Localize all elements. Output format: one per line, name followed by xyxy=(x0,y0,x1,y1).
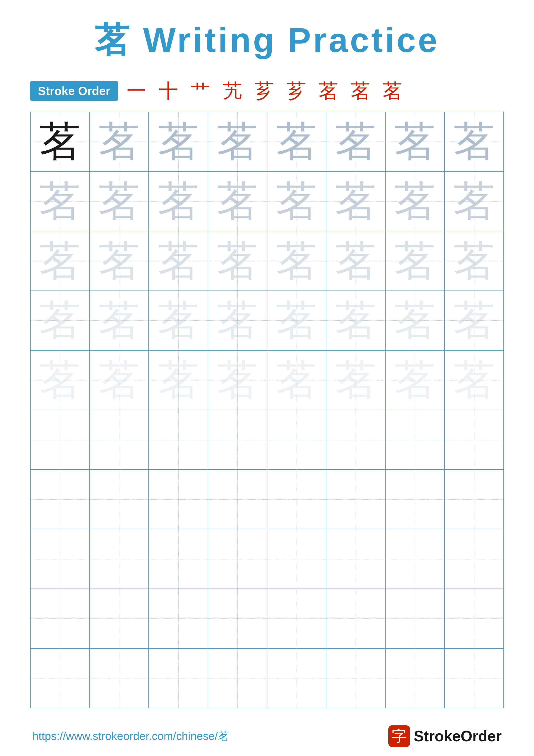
grid-cell: 茗 xyxy=(208,172,267,231)
practice-char: 茗 xyxy=(335,181,376,222)
grid-cell: 茗 xyxy=(90,172,149,231)
grid-cell: 茗 xyxy=(445,231,503,290)
grid-cell xyxy=(445,410,503,470)
grid-cell xyxy=(31,410,90,470)
grid-cell: 茗 xyxy=(90,231,149,290)
grid-cell: 茗 xyxy=(31,231,90,290)
grid-cell xyxy=(208,589,267,648)
grid-cell: 茗 xyxy=(267,351,327,410)
logo-char: 字 xyxy=(392,726,407,746)
practice-char: 茗 xyxy=(99,240,140,282)
grid-cell xyxy=(326,649,386,708)
grid-cell xyxy=(267,529,327,588)
grid-cell xyxy=(267,649,327,708)
grid-cell xyxy=(267,410,327,470)
practice-char: 茗 xyxy=(394,360,435,401)
grid-cell xyxy=(386,410,445,470)
grid-cell: 茗 xyxy=(31,291,90,350)
grid-cell: 茗 xyxy=(326,351,386,410)
practice-char: 茗 xyxy=(158,360,199,401)
grid-cell xyxy=(208,649,267,708)
page: 茗 Writing Practice Stroke Order 一 十 艹 艽 … xyxy=(0,0,534,756)
practice-char: 茗 xyxy=(394,240,435,282)
grid-cell: 茗 xyxy=(445,351,503,410)
stroke-order-chars: 一 十 艹 艽 芗 芗 茗 茗 茗 xyxy=(127,81,406,101)
grid-cell xyxy=(90,470,149,529)
stroke-order-row: Stroke Order 一 十 艹 艽 芗 芗 茗 茗 茗 xyxy=(30,81,504,101)
practice-char: 茗 xyxy=(454,181,495,222)
grid-cell: 茗 xyxy=(267,291,327,350)
grid-cell xyxy=(90,589,149,648)
practice-char: 茗 xyxy=(394,181,435,222)
grid-cell: 茗 xyxy=(90,112,149,171)
grid-row: 茗 茗 茗 茗 茗 茗 茗 茗 xyxy=(31,172,503,231)
grid-cell xyxy=(31,529,90,588)
grid-cell xyxy=(149,529,208,588)
grid-cell xyxy=(386,529,445,588)
practice-grid: 茗 茗 茗 茗 茗 茗 茗 茗 茗 茗 茗 茗 茗 茗 茗 茗 茗 茗 茗 茗 … xyxy=(30,112,504,708)
grid-cell: 茗 xyxy=(149,291,208,350)
practice-char: 茗 xyxy=(394,121,435,162)
grid-cell xyxy=(326,589,386,648)
title-chinese-char: 茗 xyxy=(95,21,131,60)
grid-cell: 茗 xyxy=(386,231,445,290)
practice-char: 茗 xyxy=(99,360,140,401)
grid-cell: 茗 xyxy=(90,291,149,350)
grid-cell xyxy=(149,589,208,648)
grid-cell: 茗 xyxy=(267,231,327,290)
grid-cell: 茗 xyxy=(208,351,267,410)
grid-cell: 茗 xyxy=(208,291,267,350)
grid-row-empty xyxy=(31,529,503,589)
grid-cell: 茗 xyxy=(31,351,90,410)
grid-cell xyxy=(445,529,503,588)
grid-cell: 茗 xyxy=(445,291,503,350)
grid-cell xyxy=(326,529,386,588)
practice-char: 茗 xyxy=(158,300,199,341)
practice-char: 茗 xyxy=(276,360,317,401)
logo-text: StrokeOrder xyxy=(414,728,502,745)
grid-cell: 茗 xyxy=(386,172,445,231)
practice-char: 茗 xyxy=(158,181,199,222)
grid-cell xyxy=(149,410,208,470)
grid-cell xyxy=(31,649,90,708)
grid-cell: 茗 xyxy=(90,351,149,410)
footer: https://www.strokeorder.com/chinese/茗 字 … xyxy=(30,725,504,747)
grid-cell xyxy=(208,529,267,588)
grid-cell: 茗 xyxy=(326,112,386,171)
grid-cell: 茗 xyxy=(149,112,208,171)
grid-row-empty xyxy=(31,649,503,708)
logo-icon: 字 xyxy=(388,725,410,747)
grid-cell xyxy=(326,470,386,529)
grid-cell: 茗 xyxy=(326,172,386,231)
grid-cell: 茗 xyxy=(445,172,503,231)
practice-char: 茗 xyxy=(217,240,258,282)
grid-row: 茗 茗 茗 茗 茗 茗 茗 茗 xyxy=(31,351,503,410)
grid-cell xyxy=(31,470,90,529)
grid-cell xyxy=(326,410,386,470)
grid-cell xyxy=(386,470,445,529)
grid-cell: 茗 xyxy=(31,172,90,231)
grid-cell xyxy=(445,470,503,529)
grid-cell xyxy=(90,410,149,470)
practice-char: 茗 xyxy=(454,121,495,162)
grid-cell: 茗 xyxy=(386,112,445,171)
grid-cell xyxy=(149,470,208,529)
grid-cell xyxy=(386,649,445,708)
page-title: 茗 Writing Practice xyxy=(95,17,440,64)
grid-cell: 茗 xyxy=(31,112,90,171)
grid-cell xyxy=(267,589,327,648)
grid-cell xyxy=(208,470,267,529)
practice-char: 茗 xyxy=(454,360,495,401)
practice-char: 茗 xyxy=(276,240,317,282)
practice-char: 茗 xyxy=(394,300,435,341)
grid-cell: 茗 xyxy=(445,112,503,171)
practice-char: 茗 xyxy=(39,121,80,162)
grid-cell xyxy=(445,649,503,708)
grid-cell: 茗 xyxy=(208,112,267,171)
practice-char: 茗 xyxy=(335,240,376,282)
grid-cell: 茗 xyxy=(326,231,386,290)
practice-char: 茗 xyxy=(158,240,199,282)
practice-char: 茗 xyxy=(99,181,140,222)
grid-cell xyxy=(90,649,149,708)
footer-logo: 字 StrokeOrder xyxy=(388,725,502,747)
